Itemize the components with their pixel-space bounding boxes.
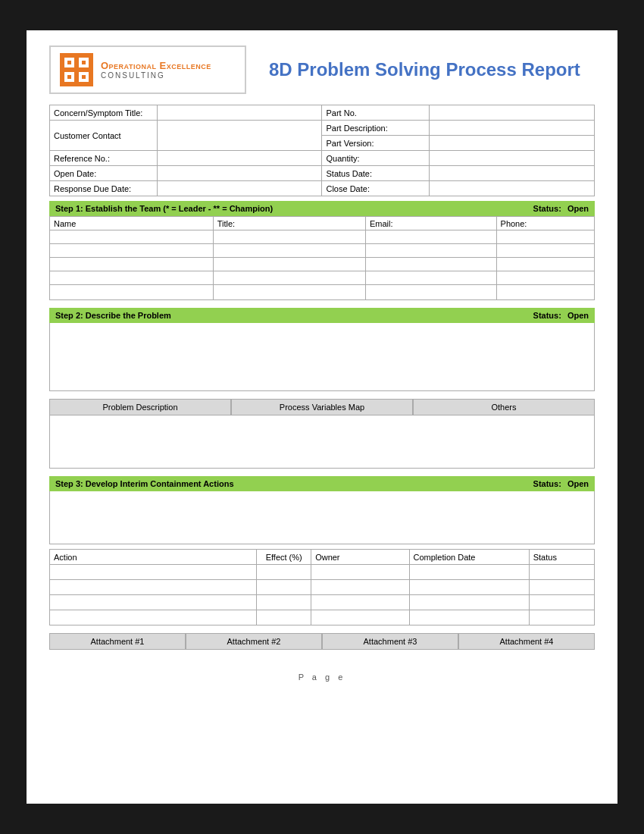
field-value-closedate[interactable] — [430, 181, 595, 196]
action-row4-effect[interactable] — [257, 610, 311, 626]
step1-status-value: Open — [567, 204, 589, 213]
tab-others[interactable]: Others — [413, 399, 595, 415]
action-table: Action Effect (%) Owner Completion Date … — [49, 549, 595, 626]
field-label-responsedate: Response Due Date: — [50, 181, 158, 196]
step3-status-label: Status: — [533, 479, 561, 488]
action-col-completion: Completion Date — [409, 550, 529, 565]
action-row2-status[interactable] — [529, 580, 594, 595]
field-label-quantity: Quantity: — [322, 151, 430, 166]
field-label-concern: Concern/Symptom Title: — [50, 105, 158, 121]
team-row1-email[interactable] — [366, 230, 497, 244]
field-value-partdesc[interactable] — [430, 121, 595, 136]
action-row1-effect[interactable] — [257, 565, 311, 580]
field-value-statusdate[interactable] — [430, 166, 595, 181]
team-row2-name[interactable] — [50, 244, 214, 258]
tab-content-area[interactable] — [49, 415, 595, 469]
team-col-name: Name — [50, 217, 214, 230]
action-row2-completion[interactable] — [409, 580, 529, 595]
action-row3-action[interactable] — [50, 595, 257, 610]
field-value-customer[interactable] — [157, 121, 322, 151]
header: Operational Excellence Consulting 8D Pro… — [49, 45, 595, 94]
step2-label: Step 2: Describe the Problem — [55, 311, 171, 320]
team-row1-phone[interactable] — [496, 230, 594, 244]
containment-area[interactable] — [49, 491, 595, 544]
team-row2-phone[interactable] — [496, 244, 594, 258]
team-row4-email[interactable] — [366, 271, 497, 285]
team-row5-title[interactable] — [213, 285, 365, 300]
logo-subtitle: Consulting — [101, 71, 211, 80]
attachment-4[interactable]: Attachment #4 — [458, 633, 595, 650]
tab-problem-description[interactable]: Problem Description — [49, 399, 231, 415]
field-label-partdesc: Part Description: — [322, 121, 430, 136]
team-row4-title[interactable] — [213, 271, 365, 285]
step1-header: Step 1: Establish the Team (* = Leader -… — [49, 201, 595, 216]
action-row2-owner[interactable] — [311, 580, 409, 595]
step3-status: Status: Open — [533, 479, 589, 488]
team-row5-name[interactable] — [50, 285, 214, 300]
action-row4-status[interactable] — [529, 610, 594, 626]
field-value-refno[interactable] — [157, 151, 322, 166]
field-value-quantity[interactable] — [430, 151, 595, 166]
logo-title: Operational Excellence — [101, 60, 211, 71]
action-row2-effect[interactable] — [257, 580, 311, 595]
action-row1-owner[interactable] — [311, 565, 409, 580]
team-row5-phone[interactable] — [496, 285, 594, 300]
action-row1-action[interactable] — [50, 565, 257, 580]
field-value-responsedate[interactable] — [157, 181, 322, 196]
action-col-status: Status — [529, 550, 594, 565]
attachment-row: Attachment #1 Attachment #2 Attachment #… — [49, 633, 595, 650]
team-table: Name Title: Email: Phone: — [49, 216, 595, 300]
tab-process-variables[interactable]: Process Variables Map — [231, 399, 413, 415]
action-col-owner: Owner — [311, 550, 409, 565]
team-row3-name[interactable] — [50, 258, 214, 271]
attachment-1[interactable]: Attachment #1 — [49, 633, 186, 650]
step3-label: Step 3: Develop Interim Containment Acti… — [55, 479, 234, 488]
action-row3-completion[interactable] — [409, 595, 529, 610]
svg-rect-8 — [82, 75, 86, 79]
field-value-partno[interactable] — [430, 105, 595, 121]
describe-problem-area[interactable] — [49, 323, 595, 391]
team-row4-name[interactable] — [50, 271, 214, 285]
field-value-partver[interactable] — [430, 136, 595, 151]
action-row4-completion[interactable] — [409, 610, 529, 626]
action-row2-action[interactable] — [50, 580, 257, 595]
team-row3-email[interactable] — [366, 258, 497, 271]
team-row2-email[interactable] — [366, 244, 497, 258]
field-value-concern[interactable] — [157, 105, 322, 121]
action-row3-owner[interactable] — [311, 595, 409, 610]
team-row1-name[interactable] — [50, 230, 214, 244]
field-label-partno: Part No. — [322, 105, 430, 121]
attachment-3[interactable]: Attachment #3 — [322, 633, 458, 650]
team-row4-phone[interactable] — [496, 271, 594, 285]
action-row1-status[interactable] — [529, 565, 594, 580]
action-row1-completion[interactable] — [409, 565, 529, 580]
team-row5-email[interactable] — [366, 285, 497, 300]
logo-box: Operational Excellence Consulting — [49, 45, 246, 94]
attachment-2[interactable]: Attachment #2 — [186, 633, 322, 650]
field-value-opendate[interactable] — [157, 166, 322, 181]
team-row2-title[interactable] — [213, 244, 365, 258]
team-col-phone: Phone: — [496, 217, 594, 230]
footer-text: P a g e — [299, 673, 346, 682]
logo-text: Operational Excellence Consulting — [101, 60, 211, 80]
team-row3-phone[interactable] — [496, 258, 594, 271]
logo-icon — [60, 53, 93, 86]
action-row3-status[interactable] — [529, 595, 594, 610]
team-row1-title[interactable] — [213, 230, 365, 244]
svg-rect-7 — [67, 75, 71, 79]
svg-rect-6 — [82, 61, 86, 64]
action-col-action: Action — [50, 550, 257, 565]
step1-status-label: Status: — [533, 204, 561, 213]
field-label-customer: Customer Contact — [50, 121, 158, 151]
action-row3-effect[interactable] — [257, 595, 311, 610]
problem-tabs: Problem Description Process Variables Ma… — [49, 399, 595, 415]
step3-status-value: Open — [567, 479, 589, 488]
page-footer: P a g e — [49, 673, 595, 682]
field-label-statusdate: Status Date: — [322, 166, 430, 181]
action-row4-owner[interactable] — [311, 610, 409, 626]
action-row4-action[interactable] — [50, 610, 257, 626]
team-row3-title[interactable] — [213, 258, 365, 271]
svg-rect-5 — [67, 61, 71, 64]
page: Operational Excellence Consulting 8D Pro… — [27, 30, 617, 804]
field-label-refno: Reference No.: — [50, 151, 158, 166]
